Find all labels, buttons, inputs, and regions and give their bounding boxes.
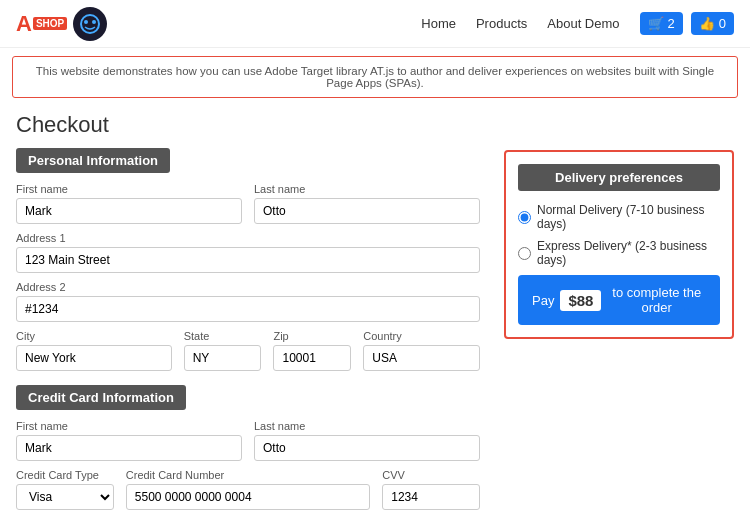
cc-cvv-input[interactable] <box>382 484 480 510</box>
header: A SHOP Home Products About Demo 🛒 2 👍 0 <box>0 0 750 48</box>
logo-a: A <box>16 13 32 35</box>
state-input[interactable] <box>184 345 262 371</box>
name-row: First name Last name <box>16 183 480 224</box>
left-column: Checkout Personal Information First name… <box>16 112 480 510</box>
pay-button[interactable]: Pay $88 to complete the order <box>518 275 720 325</box>
pay-prefix: Pay <box>532 293 554 308</box>
cc-type-label: Credit Card Type <box>16 469 114 481</box>
express-delivery-radio[interactable] <box>518 247 531 260</box>
main-content: Checkout Personal Information First name… <box>0 106 750 510</box>
normal-delivery-option[interactable]: Normal Delivery (7-10 business days) <box>518 203 720 231</box>
svg-point-2 <box>92 20 96 24</box>
zip-label: Zip <box>273 330 351 342</box>
address2-row: Address 2 <box>16 281 480 322</box>
address1-row: Address 1 <box>16 232 480 273</box>
first-name-label: First name <box>16 183 242 195</box>
svg-point-0 <box>81 15 99 33</box>
page-title: Checkout <box>16 112 480 138</box>
cc-details-row: Credit Card Type Visa Mastercard Amex Cr… <box>16 469 480 510</box>
like-button[interactable]: 👍 0 <box>691 12 734 35</box>
cc-cvv-label: CVV <box>382 469 480 481</box>
city-label: City <box>16 330 172 342</box>
address2-group: Address 2 <box>16 281 480 322</box>
logo: A SHOP <box>16 7 107 41</box>
city-input[interactable] <box>16 345 172 371</box>
cart-count: 2 <box>668 16 675 31</box>
cc-first-name-input[interactable] <box>16 435 242 461</box>
cc-last-name-group: Last name <box>254 420 480 461</box>
city-state-row: City State Zip Country <box>16 330 480 371</box>
right-column: Delivery preferences Normal Delivery (7-… <box>504 112 734 510</box>
country-group: Country <box>363 330 480 371</box>
cc-cvv-group: CVV <box>382 469 480 510</box>
personal-info-header: Personal Information <box>16 148 170 173</box>
nav-products[interactable]: Products <box>476 16 527 31</box>
country-input[interactable] <box>363 345 480 371</box>
normal-delivery-radio[interactable] <box>518 211 531 224</box>
nav-badges: 🛒 2 👍 0 <box>640 12 734 35</box>
delivery-header: Delivery preferences <box>518 164 720 191</box>
express-delivery-option[interactable]: Express Delivery* (2-3 business days) <box>518 239 720 267</box>
like-icon: 👍 <box>699 16 715 31</box>
personal-info-section: Personal Information First name Last nam… <box>16 148 480 371</box>
main-nav: Home Products About Demo 🛒 2 👍 0 <box>421 12 734 35</box>
normal-delivery-label: Normal Delivery (7-10 business days) <box>537 203 720 231</box>
logo-circle <box>73 7 107 41</box>
nav-about-demo[interactable]: About Demo <box>547 16 619 31</box>
cc-first-name-label: First name <box>16 420 242 432</box>
logo-circle-icon <box>79 13 101 35</box>
delivery-box: Delivery preferences Normal Delivery (7-… <box>504 150 734 339</box>
address1-label: Address 1 <box>16 232 480 244</box>
notice-bar: This website demonstrates how you can us… <box>12 56 738 98</box>
first-name-group: First name <box>16 183 242 224</box>
nav-home[interactable]: Home <box>421 16 456 31</box>
logo-shop: SHOP <box>33 17 67 30</box>
cc-first-name-group: First name <box>16 420 242 461</box>
last-name-input[interactable] <box>254 198 480 224</box>
pay-amount: $88 <box>560 290 601 311</box>
cart-icon: 🛒 <box>648 16 664 31</box>
last-name-label: Last name <box>254 183 480 195</box>
address1-input[interactable] <box>16 247 480 273</box>
svg-point-1 <box>84 20 88 24</box>
cart-button[interactable]: 🛒 2 <box>640 12 683 35</box>
cc-last-name-label: Last name <box>254 420 480 432</box>
cc-name-row: First name Last name <box>16 420 480 461</box>
first-name-input[interactable] <box>16 198 242 224</box>
state-label: State <box>184 330 262 342</box>
like-count: 0 <box>719 16 726 31</box>
credit-card-header: Credit Card Information <box>16 385 186 410</box>
cc-number-input[interactable] <box>126 484 370 510</box>
cc-type-group: Credit Card Type Visa Mastercard Amex <box>16 469 114 510</box>
cc-type-select[interactable]: Visa Mastercard Amex <box>16 484 114 510</box>
country-label: Country <box>363 330 480 342</box>
address1-group: Address 1 <box>16 232 480 273</box>
state-group: State <box>184 330 262 371</box>
express-delivery-label: Express Delivery* (2-3 business days) <box>537 239 720 267</box>
cc-number-group: Credit Card Number <box>126 469 370 510</box>
last-name-group: Last name <box>254 183 480 224</box>
credit-card-section: Credit Card Information First name Last … <box>16 385 480 510</box>
pay-suffix: to complete the order <box>607 285 706 315</box>
address2-label: Address 2 <box>16 281 480 293</box>
zip-input[interactable] <box>273 345 351 371</box>
cc-number-label: Credit Card Number <box>126 469 370 481</box>
city-group: City <box>16 330 172 371</box>
cc-last-name-input[interactable] <box>254 435 480 461</box>
address2-input[interactable] <box>16 296 480 322</box>
zip-group: Zip <box>273 330 351 371</box>
